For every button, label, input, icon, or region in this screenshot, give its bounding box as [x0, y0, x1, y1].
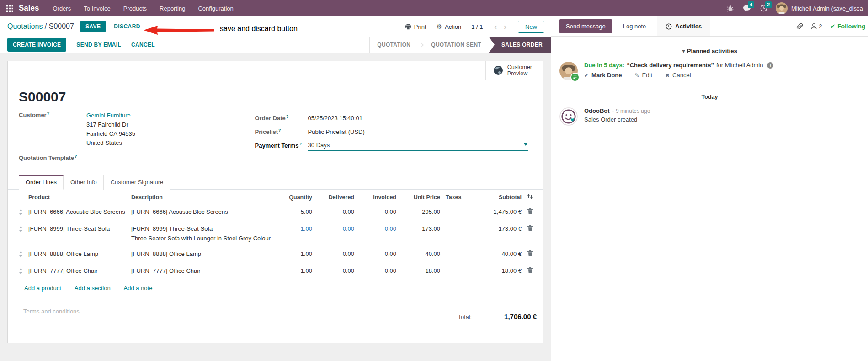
- help-icon: ?: [299, 142, 302, 146]
- planned-activities-toggle[interactable]: ▾Planned activities: [682, 48, 737, 54]
- send-message-button[interactable]: Send message: [559, 19, 612, 33]
- state-sales-order-active[interactable]: SALES ORDER: [489, 37, 551, 53]
- chatter-toolbar: Send message Log note Activities 2 ✔ Fol…: [551, 16, 868, 37]
- send-by-email-button[interactable]: SEND BY EMAIL: [76, 42, 121, 48]
- col-unit-price[interactable]: Unit Price: [399, 190, 443, 204]
- terms-and-conditions-placeholder[interactable]: Terms and conditions...: [23, 308, 85, 320]
- col-taxes[interactable]: Taxes: [443, 190, 473, 204]
- state-widget: QUOTATION QUOTATION SENT SALES ORDER: [369, 37, 551, 53]
- caret-down-icon: ▾: [682, 48, 685, 54]
- drag-handle-icon[interactable]: [19, 226, 23, 234]
- drag-handle-icon[interactable]: [19, 209, 23, 217]
- total-box: Total: 1,706.00 €: [458, 308, 537, 320]
- discard-button[interactable]: DISCARD: [114, 23, 140, 30]
- message-author[interactable]: OdooBot: [584, 107, 610, 114]
- globe-icon: [493, 65, 503, 75]
- tab-other-info[interactable]: Other Info: [64, 175, 104, 190]
- table-footer-links: Add a product Add a section Add a note: [8, 280, 543, 297]
- add-a-section-link[interactable]: Add a section: [75, 285, 111, 292]
- text-cursor: [330, 142, 330, 149]
- address-line-1: 317 Fairchild Dr: [86, 120, 135, 129]
- delete-row-icon[interactable]: [527, 267, 533, 275]
- col-delivered[interactable]: Delivered: [315, 190, 357, 204]
- today-label: Today: [702, 94, 718, 100]
- col-product[interactable]: Product: [26, 190, 128, 204]
- following-button[interactable]: ✔ Following: [830, 23, 865, 30]
- cancel-button[interactable]: CANCEL: [131, 42, 155, 48]
- table-row[interactable]: [FURN_8888] Office Lamp [FURN_8888] Offi…: [8, 246, 543, 263]
- customer-link[interactable]: Gemini Furniture: [86, 111, 135, 120]
- order-date-value[interactable]: 05/25/2023 15:40:01: [308, 115, 362, 122]
- col-subtotal[interactable]: Subtotal: [473, 190, 524, 204]
- attachments-button[interactable]: [796, 23, 803, 30]
- menu-to-invoice[interactable]: To Invoice: [84, 5, 111, 12]
- menu-configuration[interactable]: Configuration: [198, 5, 233, 12]
- user-name: Mitchell Admin (save_discar: [791, 5, 863, 12]
- log-note-button[interactable]: Log note: [623, 23, 646, 30]
- dropdown-caret-icon[interactable]: [524, 143, 527, 146]
- debug-bug-icon[interactable]: [727, 5, 734, 12]
- today-divider: Today: [556, 94, 863, 100]
- info-icon[interactable]: i: [767, 62, 773, 69]
- delete-row-icon[interactable]: [527, 208, 533, 216]
- menu-reporting[interactable]: Reporting: [160, 5, 185, 12]
- pager-previous-icon[interactable]: ‹: [493, 22, 498, 32]
- document-title: S00007: [19, 89, 532, 105]
- pricelist-value[interactable]: Public Pricelist (USD): [308, 128, 365, 135]
- create-invoice-button[interactable]: CREATE INVOICE: [7, 38, 66, 52]
- app-name[interactable]: Sales: [19, 4, 39, 13]
- add-a-note-link[interactable]: Add a note: [124, 285, 153, 292]
- state-quotation-sent[interactable]: QUOTATION SENT: [424, 42, 489, 48]
- order-lines-table: Product Description Quantity Delivered I…: [8, 190, 543, 280]
- new-button[interactable]: New: [518, 21, 544, 33]
- pager-next-icon[interactable]: ›: [503, 22, 508, 32]
- payment-terms-input[interactable]: 30 Days: [308, 140, 528, 151]
- col-quantity[interactable]: Quantity: [275, 190, 315, 204]
- chatter-message: OdooBot - 9 minutes ago Sales Order crea…: [551, 100, 868, 127]
- drag-handle-icon[interactable]: [19, 251, 23, 259]
- tab-customer-signature[interactable]: Customer Signature: [104, 175, 170, 190]
- avatar: [776, 2, 788, 14]
- table-row[interactable]: [FURN_7777] Office Chair [FURN_7777] Off…: [8, 263, 543, 280]
- action-button[interactable]: ⚙ Action: [437, 23, 462, 30]
- print-button[interactable]: Print: [405, 23, 426, 30]
- content-area: CustomerPreview S00007 Customer? Gemini …: [0, 53, 551, 361]
- menu-products[interactable]: Products: [123, 5, 147, 12]
- pencil-icon: ✎: [635, 72, 639, 79]
- messages-icon[interactable]: 4: [743, 5, 751, 12]
- activities-clock-icon[interactable]: 2: [760, 5, 767, 12]
- cancel-activity-button[interactable]: ✖Cancel: [665, 72, 691, 79]
- printer-icon: [405, 24, 411, 30]
- tab-order-lines[interactable]: Order Lines: [19, 175, 64, 190]
- customer-preview-button[interactable]: CustomerPreview: [486, 61, 539, 80]
- message-timestamp: - 9 minutes ago: [612, 108, 650, 114]
- activities-button[interactable]: Activities: [657, 16, 710, 36]
- table-row[interactable]: [FURN_6666] Acoustic Bloc Screens [FURN_…: [8, 204, 543, 221]
- user-menu[interactable]: Mitchell Admin (save_discar: [776, 2, 863, 14]
- mark-done-button[interactable]: ✔Mark Done: [584, 72, 622, 79]
- drag-handle-icon[interactable]: [19, 268, 23, 276]
- followers-button[interactable]: 2: [811, 23, 822, 30]
- save-button[interactable]: SAVE: [80, 21, 106, 32]
- state-quotation[interactable]: QUOTATION: [370, 42, 418, 48]
- chatter-panel: Send message Log note Activities 2 ✔ Fol…: [551, 16, 868, 361]
- table-row[interactable]: [FURN_8999] Three-Seat Sofa [FURN_8999] …: [8, 221, 543, 246]
- optional-columns-icon[interactable]: [524, 190, 543, 204]
- delete-row-icon[interactable]: [527, 225, 533, 233]
- col-invoiced[interactable]: Invoiced: [357, 190, 399, 204]
- message-body: Sales Order created: [584, 116, 650, 123]
- activities-count-badge: 2: [765, 1, 772, 8]
- col-description[interactable]: Description: [128, 190, 275, 204]
- check-icon: ✔: [584, 72, 589, 79]
- add-a-product-link[interactable]: Add a product: [24, 285, 61, 292]
- menu-orders[interactable]: Orders: [53, 5, 71, 12]
- breadcrumb-quotations-link[interactable]: Quotations: [7, 22, 43, 30]
- apps-grid-icon[interactable]: [6, 5, 13, 12]
- followers-count: 2: [819, 23, 822, 30]
- messages-count-badge: 4: [748, 1, 754, 8]
- notebook-tabs: Order Lines Other Info Customer Signatur…: [8, 175, 543, 190]
- delete-row-icon[interactable]: [527, 250, 533, 258]
- customer-value: Gemini Furniture 317 Fairchild Dr Fairfi…: [86, 111, 135, 148]
- edit-activity-button[interactable]: ✎Edit: [635, 72, 652, 79]
- planned-activities-divider: ▾Planned activities: [556, 48, 863, 54]
